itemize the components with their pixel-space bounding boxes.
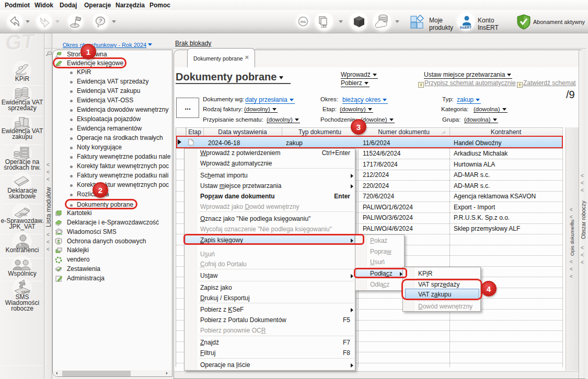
svg-text:ins: ins	[301, 20, 306, 23]
svg-text:InsERT: InsERT	[460, 26, 471, 29]
svg-text:JPK: JPK	[18, 212, 28, 217]
svg-text:?: ?	[99, 18, 102, 24]
svg-text:SMS: SMS	[55, 232, 62, 235]
